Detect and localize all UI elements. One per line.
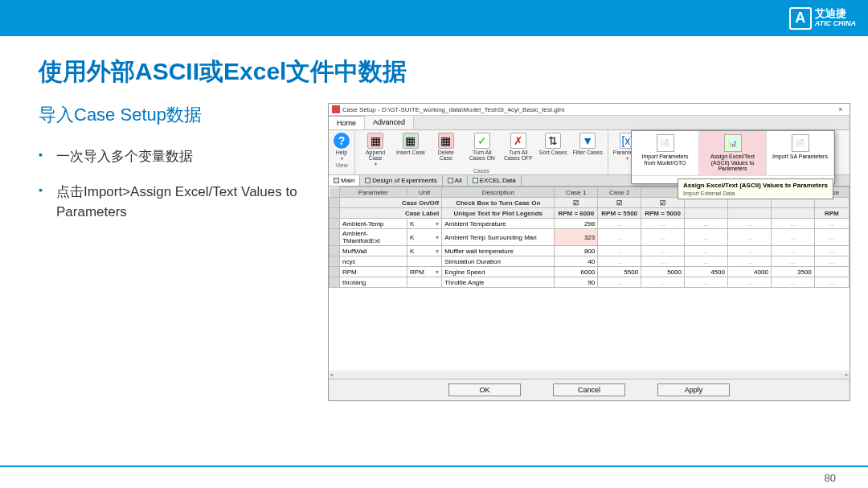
sheet-all[interactable]: All <box>443 175 468 186</box>
table-row[interactable]: ncycSimulation Duration40...............… <box>330 256 850 267</box>
sort-button[interactable]: ⇅Sort Cases <box>538 132 569 156</box>
apply-button[interactable]: Apply <box>657 383 730 396</box>
tooltip-title: Assign Excel/Text (ASCII) Values to Para… <box>683 182 828 189</box>
titlebar: Case Setup - D:\GT-SUITE_working_data\Mo… <box>329 104 850 116</box>
slide-title: 使用外部ASCII或Excel文件中数据 <box>0 36 868 88</box>
import-popup: 📄Import Parameters from Model/GTO 📊Assig… <box>631 130 835 184</box>
ok-button[interactable]: OK <box>448 383 521 396</box>
dialog-buttons: OK Cancel Apply <box>329 379 850 400</box>
table-row[interactable]: MuffWallK ▾Muffler wall temperature800..… <box>330 246 850 256</box>
page-number: 80 <box>825 472 836 484</box>
bullet-list: 一次导入多个变量数据 点击Import>Assign Excel/Text Va… <box>39 146 328 223</box>
tab-advanced[interactable]: Advanced <box>365 116 414 129</box>
assign-excel-button[interactable]: 📊Assign Excel/Text (ASCII) Values to Par… <box>699 131 767 175</box>
help-button[interactable]: ?Help▾ <box>332 132 351 162</box>
filter-button[interactable]: ▼Filter Cases <box>571 132 604 156</box>
bullet-item: 点击Import>Assign Excel/Text Values to Par… <box>39 182 328 223</box>
sheet-main[interactable]: Main <box>329 175 360 186</box>
tooltip: Assign Excel/Text (ASCII) Values to Para… <box>678 178 833 199</box>
import-sa-button[interactable]: 📄Import SA Parameters <box>767 131 834 175</box>
grid-area: Parameter Unit Description Case 1 Case 2… <box>329 187 850 379</box>
logo-cn: 艾迪捷 <box>815 8 856 19</box>
ribbon: ?Help▾ View ▦Append Case▾ ▦Insert Case ▦… <box>329 130 850 175</box>
group-view: View <box>335 162 347 168</box>
logo-icon: A <box>789 7 812 30</box>
parameter-grid[interactable]: Parameter Unit Description Case 1 Case 2… <box>329 187 850 288</box>
scrollbar[interactable]: «» <box>329 371 850 379</box>
delete-case-button[interactable]: ▦Delete Case <box>429 132 463 162</box>
tooltip-sub: Import External Data <box>683 191 828 196</box>
close-icon[interactable]: × <box>835 105 846 113</box>
logo: A 艾迪捷 ATIC CHINA <box>789 7 856 30</box>
header-bar: A 艾迪捷 ATIC CHINA <box>0 0 868 36</box>
table-row[interactable]: Ambient-TempK ▾Ambient Temperature298...… <box>330 219 850 229</box>
alloff-button[interactable]: ✗Turn All Cases OFF <box>502 132 535 162</box>
insert-case-button[interactable]: ▦Insert Case <box>395 132 427 156</box>
allon-button[interactable]: ✓Turn All Cases ON <box>465 132 499 162</box>
slide-subtitle: 导入Case Setup数据 <box>39 103 328 127</box>
table-row[interactable]: RPMRPM ▾Engine Speed60005500500045004000… <box>330 267 850 277</box>
sheet-excel[interactable]: EXCEL Data <box>468 175 522 186</box>
footer: 80 <box>0 465 868 488</box>
cancel-button[interactable]: Cancel <box>553 383 625 396</box>
ribbon-tabs: Home Advanced <box>329 116 850 130</box>
sheet-doe[interactable]: Design of Experiments <box>360 175 442 186</box>
bullet-item: 一次导入多个变量数据 <box>39 146 328 167</box>
app-icon <box>332 105 340 113</box>
tab-home[interactable]: Home <box>329 116 365 129</box>
import-params-button[interactable]: 📄Import Parameters from Model/GTO <box>632 131 699 175</box>
table-row[interactable]: Ambient-TManifoldExtK ▾Ambient Temp Surr… <box>330 229 850 246</box>
append-case-button[interactable]: ▦Append Case▾ <box>358 132 392 167</box>
table-row[interactable]: throtangThrottle Angle90................… <box>330 277 850 288</box>
group-cases: Cases <box>473 168 489 174</box>
window-title: Case Setup - D:\GT-SUITE_working_data\Mo… <box>342 106 833 113</box>
logo-en: ATIC CHINA <box>815 20 856 28</box>
app-window: Case Setup - D:\GT-SUITE_working_data\Mo… <box>328 103 850 401</box>
